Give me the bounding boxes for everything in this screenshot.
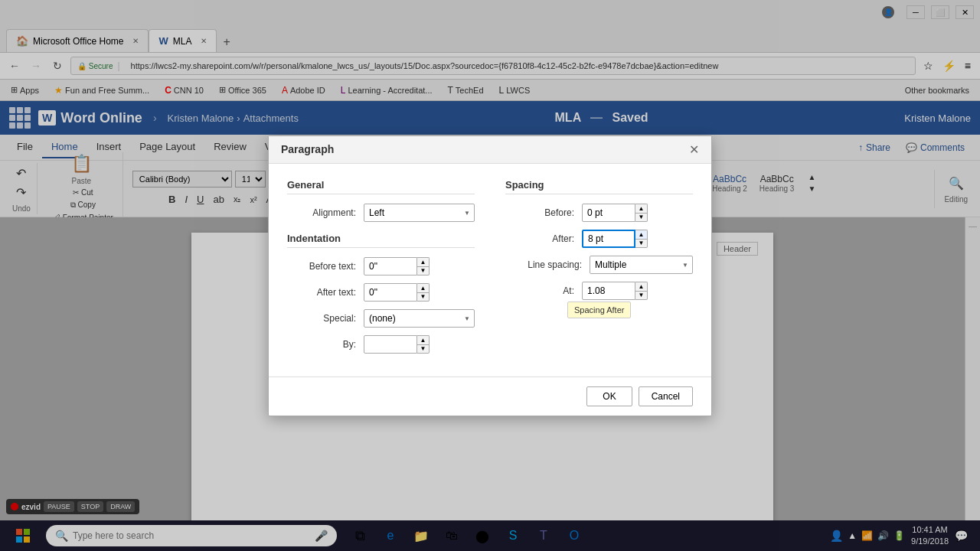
after-spacing-row: After: ▲ ▼ [505,230,693,248]
at-up[interactable]: ▲ [635,282,648,291]
at-spinner: ▲ ▼ [582,282,648,300]
at-row: At: ▲ ▼ [505,282,693,300]
by-row: By: ▲ ▼ [287,335,475,354]
special-row: Special: (none) First line Hanging [287,309,475,328]
line-spacing-label: Line spacing: [505,259,582,270]
by-input[interactable] [364,335,417,354]
dialog-left-col: General Alignment: Left Center Right Jus… [287,179,475,361]
dialog-overlay: Paragraph ✕ General Alignment: Left Cent… [0,0,980,551]
at-label: At: [505,285,574,296]
ok-button[interactable]: OK [586,386,632,406]
dialog-body: General Alignment: Left Center Right Jus… [269,164,711,377]
before-text-label: Before text: [287,261,356,272]
before-text-spinner: ▲ ▼ [364,257,430,276]
before-spacing-spinner: ▲ ▼ [582,204,648,222]
indentation-section: Indentation Before text: ▲ ▼ [287,233,475,354]
general-section-title: General [287,179,475,194]
before-text-row: Before text: ▲ ▼ [287,257,475,276]
after-spacing-label: After: [505,233,574,244]
dialog-title-bar: Paragraph ✕ [269,136,711,164]
after-spacing-down[interactable]: ▼ [635,239,648,248]
by-spinner: ▲ ▼ [364,335,430,354]
after-text-down[interactable]: ▼ [417,292,430,302]
after-text-input[interactable] [364,283,417,302]
line-spacing-select-wrapper: Single 1.5 lines Double At least Exactly… [590,256,693,274]
by-up[interactable]: ▲ [417,335,430,344]
dialog-close-button[interactable]: ✕ [689,142,699,157]
before-spacing-input[interactable] [582,204,635,222]
special-select-wrapper: (none) First line Hanging [364,309,475,328]
alignment-row: Alignment: Left Center Right Justified [287,204,475,222]
dialog-sections: General Alignment: Left Center Right Jus… [287,179,693,361]
after-spacing-up[interactable]: ▲ [635,230,648,239]
by-label: By: [287,339,356,350]
after-text-row: After text: ▲ ▼ [287,283,475,302]
alignment-label: Alignment: [287,207,356,218]
before-text-input[interactable] [364,257,417,276]
after-text-label: After text: [287,287,356,298]
special-label: Special: [287,313,356,324]
before-spacing-row: Before: ▲ ▼ [505,204,693,222]
before-spacing-down[interactable]: ▼ [635,213,648,222]
after-spacing-input[interactable] [582,230,635,248]
paragraph-dialog: Paragraph ✕ General Alignment: Left Cent… [268,135,712,416]
after-text-up[interactable]: ▲ [417,283,430,292]
cancel-button[interactable]: Cancel [639,386,693,406]
before-spacing-up[interactable]: ▲ [635,204,648,213]
indentation-section-title: Indentation [287,233,475,248]
dialog-right-col: Spacing Before: ▲ ▼ After: [505,179,693,361]
alignment-select[interactable]: Left Center Right Justified [364,204,475,222]
at-down[interactable]: ▼ [635,291,648,300]
before-text-up[interactable]: ▲ [417,257,430,266]
at-input[interactable] [582,282,635,300]
line-spacing-row: Line spacing: Single 1.5 lines Double At… [505,256,693,274]
before-text-down[interactable]: ▼ [417,266,430,276]
special-select[interactable]: (none) First line Hanging [364,309,475,328]
alignment-select-wrapper: Left Center Right Justified [364,204,475,222]
spacing-section-title: Spacing [505,179,693,194]
by-down[interactable]: ▼ [417,344,430,354]
after-text-spinner: ▲ ▼ [364,283,430,302]
line-spacing-select[interactable]: Single 1.5 lines Double At least Exactly… [590,256,693,274]
after-spacing-spinner: ▲ ▼ [582,230,648,248]
dialog-footer: OK Cancel [269,377,711,416]
before-spacing-label: Before: [505,207,574,218]
dialog-title: Paragraph [281,143,334,155]
